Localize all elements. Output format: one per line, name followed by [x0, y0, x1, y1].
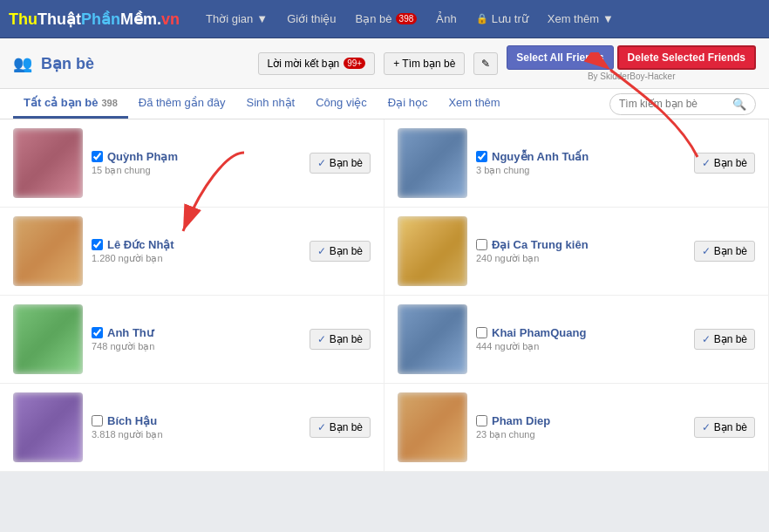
nav-thoigian[interactable]: Thời gian ▼ [197, 7, 276, 31]
logo-mem: Mềm [120, 10, 157, 28]
by-label: By SkidderBoy-Hacker [588, 72, 676, 81]
friend-mutual: 444 người bạn [476, 341, 685, 352]
friend-checkbox[interactable] [476, 327, 487, 338]
nav-gioithieu[interactable]: Giới thiệu [278, 7, 344, 31]
tab-sinh-nhat[interactable]: Sinh nhật [236, 89, 306, 119]
friend-name: Lê Đức Nhật [107, 238, 174, 251]
chevron-down-icon-2: ▼ [602, 12, 614, 25]
friend-checkbox[interactable] [476, 415, 487, 426]
ban-be-label: Bạn bè [330, 421, 363, 433]
friend-name: Bích Hậu [107, 414, 157, 427]
list-item: Đại Ca Trung kiên 240 người bạn ✓ Bạn bè [384, 208, 769, 296]
sub-nav: Tất cả bạn bè 398 Đã thêm gần đây Sinh n… [0, 89, 769, 119]
friend-name-row: Nguyễn Anh Tuấn [476, 150, 685, 163]
nav-anh[interactable]: Ảnh [427, 7, 465, 31]
friend-name-row: Quỳnh Phạm [92, 150, 301, 163]
friend-mutual: 240 người bạn [476, 253, 685, 264]
friend-checkbox[interactable] [92, 239, 103, 250]
checkmark-icon: ✓ [702, 421, 711, 433]
ban-be-label: Bạn bè [714, 421, 747, 433]
tab-cong-viec[interactable]: Công việc [305, 89, 378, 119]
logo[interactable]: ThuThuậtPhầnMềm.vn [9, 10, 180, 29]
logo-phan: Phần [81, 10, 120, 28]
loi-moi-badge: 99+ [344, 58, 365, 69]
tab-xem-them[interactable]: Xem thêm [438, 89, 510, 119]
chevron-down-icon: ▼ [256, 12, 268, 25]
friend-name: Khai PhamQuang [492, 326, 586, 339]
checkmark-icon: ✓ [702, 157, 711, 169]
friend-name: Anh Thư [107, 326, 153, 339]
ban-be-label: Bạn bè [714, 157, 747, 169]
friend-info: Quỳnh Phạm 15 bạn chung [92, 150, 301, 176]
avatar [398, 392, 467, 462]
search-input[interactable] [619, 98, 732, 110]
list-item: Bích Hậu 3.818 người bạn ✓ Bạn bè [0, 384, 384, 472]
ban-be-button[interactable]: ✓ Bạn bè [310, 417, 371, 438]
friends-icon: 👥 [13, 54, 32, 73]
friends-header: 👥 Bạn bè Lời mời kết bạn 99+ + Tìm bạn b… [0, 38, 769, 89]
tab-da-them-gan-day[interactable]: Đã thêm gần đây [128, 89, 236, 119]
ban-be-button[interactable]: ✓ Bạn bè [310, 241, 371, 262]
tab-all-friends[interactable]: Tất cả bạn bè 398 [13, 89, 128, 119]
friend-info: Anh Thư 748 người bạn [92, 326, 301, 352]
checkmark-icon: ✓ [702, 333, 711, 345]
avatar [13, 304, 83, 374]
ban-be-button[interactable]: ✓ Bạn bè [310, 329, 371, 350]
ban-be-button[interactable]: ✓ Bạn bè [694, 417, 755, 438]
ban-be-label: Bạn bè [330, 245, 363, 257]
friend-checkbox[interactable] [476, 151, 487, 162]
tim-ban-button[interactable]: + Tìm bạn bè [384, 52, 465, 75]
friend-info: Bích Hậu 3.818 người bạn [92, 414, 301, 440]
banbe-badge: 398 [396, 13, 418, 24]
friend-name: Quỳnh Phạm [107, 150, 178, 163]
friend-info: Lê Đức Nhật 1.280 người bạn [92, 238, 301, 264]
friend-name: Pham Diep [492, 414, 550, 427]
ban-be-button[interactable]: ✓ Bạn bè [694, 241, 755, 262]
friend-name-row: Lê Đức Nhật [92, 238, 301, 251]
pencil-icon: ✎ [481, 58, 490, 70]
friend-name-row: Pham Diep [476, 414, 685, 427]
delete-selected-button[interactable]: Delete Selected Friends [617, 45, 756, 70]
list-item: Anh Thư 748 người bạn ✓ Bạn bè [0, 296, 384, 384]
nav-luutru[interactable]: 🔒 Lưu trữ [467, 7, 537, 31]
ban-be-button[interactable]: ✓ Bạn bè [310, 153, 371, 174]
list-item: Lê Đức Nhật 1.280 người bạn ✓ Bạn bè [0, 208, 384, 296]
edit-button[interactable]: ✎ [473, 52, 498, 75]
friend-mutual: 3 bạn chung [476, 165, 685, 176]
friend-info: Nguyễn Anh Tuấn 3 bạn chung [476, 150, 685, 176]
avatar [13, 128, 83, 198]
ban-be-label: Bạn bè [330, 333, 363, 345]
ban-be-button[interactable]: ✓ Bạn bè [694, 329, 755, 350]
friends-grid: Quỳnh Phạm 15 bạn chung ✓ Bạn bè Nguyễn … [0, 119, 769, 472]
avatar [13, 216, 83, 286]
friend-name-row: Anh Thư [92, 326, 301, 339]
top-nav: ThuThuậtPhầnMềm.vn Thời gian ▼ Giới thiệ… [0, 0, 769, 38]
avatar [398, 128, 467, 198]
friend-name: Nguyễn Anh Tuấn [492, 150, 589, 163]
avatar [13, 392, 83, 462]
friend-name-row: Khai PhamQuang [476, 326, 685, 339]
avatar [398, 304, 467, 374]
ban-be-label: Bạn bè [330, 157, 363, 169]
logo-thuat: Thuật [37, 10, 81, 28]
select-all-button[interactable]: Select All Friends [507, 45, 613, 70]
ban-be-label: Bạn bè [714, 333, 747, 345]
nav-xemthem[interactable]: Xem thêm ▼ [539, 7, 623, 31]
tab-dai-hoc[interactable]: Đại học [378, 89, 439, 119]
ban-be-label: Bạn bè [714, 245, 747, 257]
friend-name-row: Đại Ca Trung kiên [476, 238, 685, 251]
loi-moi-button[interactable]: Lời mời kết bạn 99+ [258, 52, 376, 75]
list-item: Pham Diep 23 bạn chung ✓ Bạn bè [384, 384, 769, 472]
friend-checkbox[interactable] [92, 151, 103, 162]
friend-name-row: Bích Hậu [92, 414, 301, 427]
friend-checkbox[interactable] [476, 239, 487, 250]
logo-thu: Thu [9, 10, 37, 28]
ban-be-button[interactable]: ✓ Bạn bè [694, 153, 755, 174]
friend-checkbox[interactable] [92, 327, 103, 338]
search-friends-container[interactable]: 🔍 [609, 93, 756, 115]
nav-banbe[interactable]: Bạn bè 398 [347, 7, 426, 31]
list-item: Khai PhamQuang 444 người bạn ✓ Bạn bè [384, 296, 769, 384]
friend-checkbox[interactable] [92, 415, 103, 426]
friend-mutual: 15 bạn chung [92, 165, 301, 176]
checkmark-icon: ✓ [317, 421, 326, 433]
